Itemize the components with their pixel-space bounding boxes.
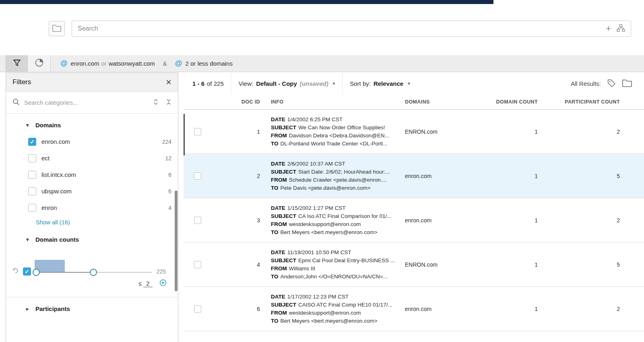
filter-item-list-intcx-com[interactable]: list.intcx.com 6 <box>6 166 178 183</box>
results-scrollbar[interactable] <box>184 114 185 155</box>
info-cell: DATE2/6/2002 10:37 AM CST SUBJECTStart D… <box>260 160 405 192</box>
tag-icon[interactable] <box>607 79 616 89</box>
table-header: DOC ID INFO DOMAINS DOMAIN COUNT PARTICI… <box>184 95 644 110</box>
table-row[interactable]: 3 DATE1/15/2002 1:27 PM CST SUBJECTCA Is… <box>184 198 644 243</box>
chip-domain-2: watsonwyatt.com <box>109 60 155 67</box>
from-label: FROM <box>271 310 287 316</box>
domains-cell: ENRON.com <box>405 261 485 268</box>
domain-count-cell: 1 <box>485 261 538 268</box>
info-cell: DATE1/15/2002 1:27 PM CST SUBJECTCA Iso … <box>260 204 405 236</box>
row-checkbox[interactable] <box>194 172 201 180</box>
domain-count-cell: 1 <box>485 306 538 312</box>
date-value: 2/6/2002 10:37 AM CST <box>287 161 345 167</box>
search-input[interactable] <box>78 25 606 32</box>
checkbox-checked-icon[interactable] <box>28 138 36 146</box>
expand-all-icon[interactable] <box>153 98 159 107</box>
column-doc-id: DOC ID <box>212 99 260 105</box>
table-row[interactable]: 2 DATE2/6/2002 10:37 AM CST SUBJECTStart… <box>184 154 644 198</box>
filter-item-label: enron <box>41 204 57 211</box>
filter-item-label: list.intcx.com <box>41 171 76 178</box>
filter-item-count: 4 <box>168 205 171 211</box>
table-row[interactable]: 4 DATE11/19/2001 10:50 PM CST SUBJECTEpm… <box>184 243 644 287</box>
to-label: TO <box>271 318 279 324</box>
from-label: FROM <box>271 221 287 227</box>
threshold-display[interactable]: ≤ 2 <box>138 280 153 287</box>
from-value: Williams III <box>289 265 315 272</box>
threshold-value[interactable]: 2 <box>143 280 152 287</box>
add-query-icon[interactable]: + <box>606 24 611 33</box>
view-selector[interactable]: View: Default - Copy (unsaved) ▾ <box>239 80 335 87</box>
sort-label: Sort by: <box>350 80 371 87</box>
results-total: of 225 <box>207 80 224 87</box>
category-search-input[interactable] <box>24 99 149 106</box>
row-checkbox[interactable] <box>194 128 201 135</box>
subject-value: CAISO ATC Final Comp HE10 01/17/... <box>298 302 392 308</box>
doc-id-cell: 1 <box>212 129 260 135</box>
to-value: Bert Meyers <bert.meyers@enron.com> <box>281 229 378 235</box>
checkbox-icon[interactable] <box>28 204 36 212</box>
doc-id-cell: 4 <box>212 261 260 268</box>
and-operator: & <box>163 60 167 67</box>
participant-count-cell: 5 <box>538 173 644 179</box>
doc-id-cell: 6 <box>212 306 260 312</box>
reset-range-icon[interactable] <box>12 268 19 276</box>
collapse-all-icon[interactable] <box>166 98 171 107</box>
add-range-icon[interactable] <box>159 279 167 288</box>
filter-item-ect[interactable]: ect 12 <box>6 150 178 166</box>
table-row[interactable]: 6 DATE1/17/2002 12:23 PM CST SUBJECTCAIS… <box>184 287 644 331</box>
filter-item-enron[interactable]: enron 4 <box>6 199 178 216</box>
checkbox-icon[interactable] <box>28 187 36 195</box>
range-slider-handle-min[interactable] <box>33 269 40 276</box>
show-all-link[interactable]: Show all (16) <box>6 216 178 228</box>
filters-toggle-button[interactable] <box>6 55 27 72</box>
subject-value: CA Iso ATC Final Comparison for 01/... <box>298 213 392 219</box>
at-domain-icon: @ <box>60 59 68 68</box>
row-checkbox[interactable] <box>194 217 201 224</box>
charts-toggle-button[interactable] <box>27 55 51 72</box>
date-label: DATE <box>271 294 285 300</box>
query-builder-icon[interactable] <box>617 24 625 33</box>
sort-value: Relevance <box>374 80 403 87</box>
table-row[interactable]: 1 DATE1/4/2002 6:25 PM CST SUBJECTWe Can… <box>184 110 644 154</box>
close-filters-icon[interactable]: × <box>166 77 171 87</box>
subject-label: SUBJECT <box>271 257 296 263</box>
row-checkbox[interactable] <box>194 261 201 268</box>
section-participants[interactable]: ▸ Participants <box>6 297 178 317</box>
subject-value: Epmi Cal Pool Deal Entry-BUSINESS ... <box>298 257 395 263</box>
section-domain-counts-label: Domain counts <box>35 236 79 243</box>
saved-searches-folder-button[interactable] <box>49 21 65 36</box>
section-domains[interactable]: ▾ Domains <box>6 114 178 133</box>
range-checkbox-checked-icon[interactable] <box>23 267 31 276</box>
from-value: Davidson Debra <Debra.Davidson@EN... <box>289 133 389 139</box>
chevron-right-icon: ▸ <box>26 306 31 312</box>
active-query-chips: @ enron.com or watsonwyatt.com & @ 2 or … <box>51 55 233 72</box>
folder-icon[interactable] <box>622 79 632 88</box>
filter-item-count: 224 <box>162 139 171 145</box>
doc-id-cell: 3 <box>212 217 260 224</box>
subject-label: SUBJECT <box>271 302 296 308</box>
filter-item-count: 6 <box>168 188 171 195</box>
checkbox-icon[interactable] <box>28 171 36 179</box>
section-domain-counts[interactable]: ▾ Domain counts <box>6 228 178 248</box>
range-slider-handle-max[interactable] <box>90 269 97 276</box>
filter-item-ubspw-com[interactable]: ubspw.com 6 <box>6 183 178 199</box>
to-value: Bert Meyers <bert.meyers@enron.com> <box>281 318 378 324</box>
to-label: TO <box>271 274 279 280</box>
filter-item-enron-com[interactable]: enron.com 224 <box>6 133 178 150</box>
chip-domain-count-text: 2 or less domains <box>185 60 233 67</box>
checkbox-icon[interactable] <box>28 154 36 162</box>
date-value: 1/17/2002 12:23 PM CST <box>287 294 349 300</box>
domain-count-filter-chip[interactable]: @ 2 or less domains <box>175 59 233 68</box>
domain-filter-chip[interactable]: @ enron.com or watsonwyatt.com <box>60 59 155 68</box>
filter-item-count: 6 <box>168 172 171 178</box>
sidebar-scrollbar[interactable] <box>175 191 178 291</box>
filter-item-count: 12 <box>165 155 171 162</box>
doc-id-cell: 2 <box>212 173 260 179</box>
date-value: 1/15/2002 1:27 PM CST <box>287 205 346 211</box>
date-label: DATE <box>271 205 285 211</box>
sort-selector[interactable]: Sort by: Relevance ▾ <box>350 80 410 87</box>
row-checkbox[interactable] <box>194 305 201 313</box>
view-value: Default - Copy <box>256 80 297 87</box>
to-label: TO <box>271 229 279 235</box>
subject-label: SUBJECT <box>271 169 296 175</box>
